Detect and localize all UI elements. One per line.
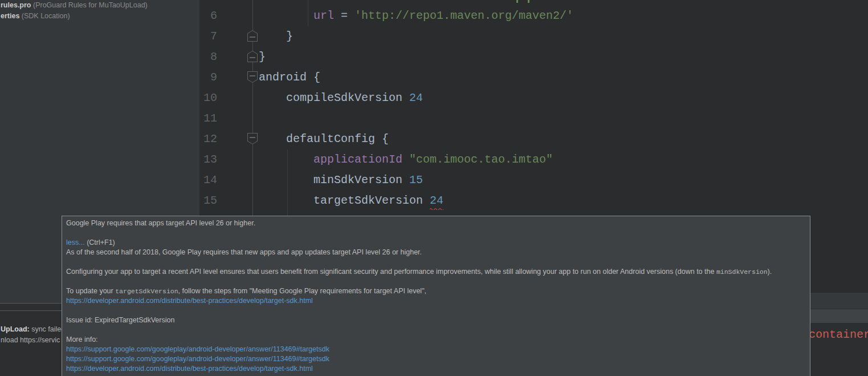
tooltip-link[interactable]: https://support.google.com/googleplay/an… xyxy=(66,345,329,353)
tree-item-name: erties xyxy=(1,12,19,20)
tooltip-text: More info: xyxy=(66,335,98,343)
tooltip-text: Configuring your app to target a recent … xyxy=(66,268,716,276)
line-number[interactable]: 12 xyxy=(199,129,217,149)
fold-end-marker[interactable] xyxy=(247,51,258,62)
ide-window: rules.pro (ProGuard Rules for MuTaoUpLoa… xyxy=(0,0,868,376)
code-line[interactable]: minSdkVersion 15 xyxy=(313,170,423,191)
module-name-label: UpLoad: xyxy=(1,325,30,333)
code-line[interactable]: } xyxy=(259,47,266,67)
code-token: defaultConfig { xyxy=(286,132,389,145)
code-token: 'http://repo1.maven.org/maven2/' xyxy=(354,9,573,22)
inline-code: minSdkVersion xyxy=(716,268,768,276)
sync-failed-text: sync failed xyxy=(30,325,66,333)
tooltip-line: Google Play requires that apps target AP… xyxy=(66,219,809,228)
code-token: targetSdkVersion xyxy=(313,194,430,207)
code-token: = xyxy=(334,9,354,22)
tree-item-properties[interactable]: erties (SDK Location) xyxy=(1,11,70,21)
tooltip-link[interactable]: https://developer.android.com/distribute… xyxy=(66,297,313,305)
tooltip-line: As of the second half of 2018, Google Pl… xyxy=(66,248,809,257)
tooltip-line xyxy=(66,325,809,335)
tree-item-description: (SDK Location) xyxy=(19,12,70,20)
tooltip-text: (Ctrl+F1) xyxy=(85,238,115,246)
line-number[interactable]: 11 xyxy=(199,108,217,129)
line-number[interactable]: 6 xyxy=(199,6,217,26)
download-url-message[interactable]: nload https://servic xyxy=(1,335,60,345)
tooltip-text: ). xyxy=(768,268,772,276)
tree-item-proguard-rules[interactable]: rules.pro (ProGuard Rules for MuTaoUpLoa… xyxy=(1,1,148,10)
line-number[interactable]: 14 xyxy=(199,170,217,191)
code-token: "com.imooc.tao.imtao" xyxy=(409,153,553,166)
code-line[interactable]: } xyxy=(286,26,293,47)
code-token: android { xyxy=(259,71,320,84)
code-line[interactable]: targetSdkVersion 24 xyxy=(313,191,443,211)
code-token: 24 xyxy=(409,91,423,104)
tooltip-line: https://developer.android.com/distribute… xyxy=(66,364,809,374)
tooltip-content: Google Play requires that apps target AP… xyxy=(66,219,809,374)
code-line[interactable]: url = 'http://repo1.maven.org/maven2/' xyxy=(313,6,573,26)
tree-item-name: rules.pro xyxy=(1,1,31,9)
tooltip-text: Issue id: ExpiredTargetSdkVersion xyxy=(66,316,174,324)
code-token: applicationId xyxy=(313,153,409,166)
indent-guide xyxy=(308,0,308,26)
tooltip-line xyxy=(66,257,809,267)
clipped-code-fragment xyxy=(528,0,529,3)
code-line[interactable]: android { xyxy=(259,67,320,88)
fold-start-marker[interactable] xyxy=(247,133,258,144)
sync-failed-message[interactable]: UpLoad: sync failed xyxy=(1,325,65,334)
line-number[interactable]: 8 xyxy=(199,47,217,67)
code-token: url xyxy=(313,9,334,22)
code-token: minSdkVersion xyxy=(313,173,409,187)
line-number[interactable]: 15 xyxy=(199,191,217,211)
tooltip-line: More info: xyxy=(66,335,809,345)
tooltip-line xyxy=(66,306,809,316)
line-number[interactable]: 13 xyxy=(199,149,217,170)
tooltip-line: To update your targetSdkVersion, follow … xyxy=(66,286,809,296)
fold-minus-icon xyxy=(250,57,255,58)
tooltip-line: Configuring your app to target a recent … xyxy=(66,267,809,277)
tooltip-text: Google Play requires that apps target AP… xyxy=(66,219,255,227)
tooltip-link[interactable]: https://developer.android.com/distribute… xyxy=(66,365,313,373)
line-number[interactable]: 9 xyxy=(199,67,217,88)
code-token: compileSdkVersion xyxy=(286,91,409,104)
error-squiggle xyxy=(430,208,443,210)
clipped-code-fragment xyxy=(516,0,518,3)
line-number[interactable]: 10 xyxy=(199,88,217,108)
tooltip-line: Issue id: ExpiredTargetSdkVersion xyxy=(66,316,809,325)
code-line[interactable]: compileSdkVersion 24 xyxy=(286,88,423,108)
code-token: 15 xyxy=(409,173,423,187)
tooltip-text: , follow the steps from "Meeting Google … xyxy=(178,287,426,295)
fold-start-marker[interactable] xyxy=(247,71,258,83)
code-token: } xyxy=(259,50,266,63)
console-error-text: container xyxy=(809,328,868,341)
fold-minus-icon xyxy=(250,37,255,38)
tooltip-line xyxy=(66,228,809,238)
download-url-text: nload https://servic xyxy=(1,336,60,344)
fold-end-marker[interactable] xyxy=(247,30,258,42)
tooltip-link[interactable]: less... xyxy=(66,238,85,246)
tooltip-line: https://support.google.com/googleplay/an… xyxy=(66,345,809,354)
tooltip-link[interactable]: https://support.google.com/googleplay/an… xyxy=(66,355,329,363)
tooltip-line xyxy=(66,277,809,286)
tree-item-description: (ProGuard Rules for MuTaoUpLoad) xyxy=(31,1,148,9)
tooltip-arrow-fill xyxy=(430,216,444,216)
fold-minus-icon xyxy=(250,75,255,76)
tooltip-line: less... (Ctrl+F1) xyxy=(66,238,809,248)
code-line[interactable]: defaultConfig { xyxy=(286,129,389,149)
code-token: } xyxy=(286,30,293,43)
tooltip-text: As of the second half of 2018, Google Pl… xyxy=(66,248,422,256)
code-token-error: 24 xyxy=(430,191,443,211)
tooltip-line: https://developer.android.com/distribute… xyxy=(66,296,809,306)
lint-tooltip: Google Play requires that apps target AP… xyxy=(62,216,810,376)
tooltip-line: https://support.google.com/googleplay/an… xyxy=(66,354,809,364)
code-line[interactable]: applicationId "com.imooc.tao.imtao" xyxy=(313,149,553,170)
indent-guide xyxy=(287,149,288,216)
line-number[interactable]: 7 xyxy=(199,26,217,47)
fold-minus-icon xyxy=(250,137,255,138)
tooltip-text: To update your xyxy=(66,287,115,295)
inline-code: targetSdkVersion xyxy=(115,288,178,295)
